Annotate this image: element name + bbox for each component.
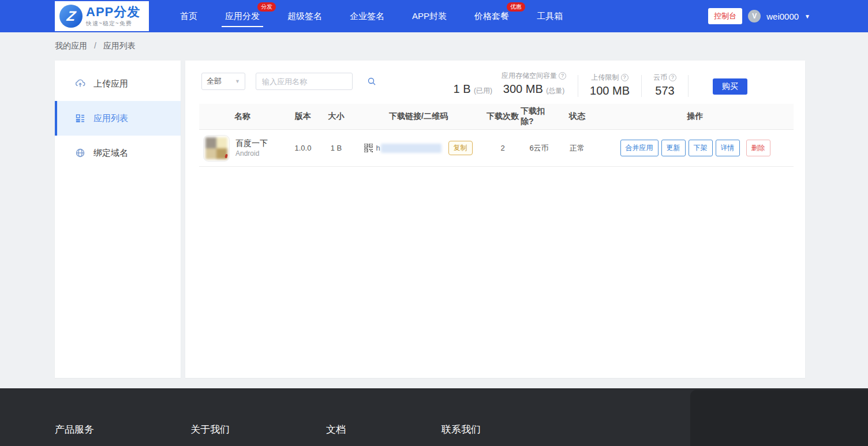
copy-link-button[interactable]: 复制 xyxy=(448,141,473,155)
console-button[interactable]: 控制台 xyxy=(708,8,742,24)
nav-item-toolbox[interactable]: 工具箱 xyxy=(523,0,577,32)
logo[interactable]: Z APP分发 快速~稳定~免费 xyxy=(55,1,149,31)
nav-item-pricing[interactable]: 价格套餐 优惠 xyxy=(461,0,523,32)
username[interactable]: wei0000 xyxy=(766,12,799,21)
download-link-prefix: h xyxy=(376,144,380,152)
divider xyxy=(578,75,578,97)
buy-button[interactable]: 购买 xyxy=(713,78,747,95)
header-status: 状态 xyxy=(558,111,597,122)
header-name: 名称 xyxy=(199,111,286,122)
select-caret-icon: ▼ xyxy=(235,78,240,84)
footer: 产品服务 关于我们 文档 联系我们 xyxy=(0,388,868,446)
storage-capacity: 应用存储空间容量 ? 300 MB (总量) xyxy=(502,70,566,98)
upload-limit: 上传限制 ? 100 MB xyxy=(590,72,630,98)
merge-app-button[interactable]: 合并应用 xyxy=(620,140,659,156)
user-menu-caret-icon[interactable]: ▼ xyxy=(805,13,810,20)
header-operations: 操作 xyxy=(597,111,794,122)
breadcrumb-separator: / xyxy=(94,41,96,50)
storage-help-icon[interactable]: ? xyxy=(559,72,566,80)
account-stats: 1 B (已用) 应用存储空间容量 ? 300 MB (总量) 上传限制 ? 1… xyxy=(453,70,747,98)
download-link-redacted[interactable] xyxy=(381,144,442,153)
sidebar-item-label: 应用列表 xyxy=(93,113,128,124)
app-platform: Android xyxy=(235,149,268,159)
app-table: 名称 版本 大小 下载链接/二维码 下载次数 下载扣除? 状态 操作 百度一下 … xyxy=(199,104,794,167)
globe-icon xyxy=(74,147,86,159)
search-icon[interactable] xyxy=(367,77,376,86)
search-input[interactable] xyxy=(256,77,367,86)
footer-col-products[interactable]: 产品服务 xyxy=(55,423,94,436)
details-button[interactable]: 详情 xyxy=(716,140,740,156)
toolbar: 全部 ▼ 1 B (已用) 应用存储空间容量 ? 300 MB (总量) xyxy=(185,61,805,104)
header-version: 版本 xyxy=(286,111,320,122)
app-search xyxy=(256,73,353,90)
breadcrumb: 我的应用 / 应用列表 xyxy=(55,41,136,51)
footer-dark-panel xyxy=(690,390,868,446)
table-row: 百度一下 Android 1.0.0 1 B xyxy=(199,130,794,167)
delete-button[interactable]: 删除 xyxy=(746,140,770,156)
header-download-count: 下载次数 xyxy=(485,111,521,122)
footer-col-docs[interactable]: 文档 xyxy=(326,423,346,436)
header-size: 大小 xyxy=(320,111,352,122)
avatar[interactable]: V xyxy=(748,10,761,23)
app-version: 1.0.0 xyxy=(286,144,320,152)
update-button[interactable]: 更新 xyxy=(661,140,686,156)
sidebar-item-label: 绑定域名 xyxy=(93,148,128,159)
sidebar-item-label: 上传应用 xyxy=(93,78,128,89)
logo-tagline: 快速~稳定~免费 xyxy=(86,20,140,28)
qr-code-icon[interactable] xyxy=(364,144,373,152)
sidebar-item-upload-app[interactable]: 上传应用 xyxy=(55,66,181,101)
nav-item-app-packaging[interactable]: APP封装 xyxy=(398,0,461,32)
top-navbar: Z APP分发 快速~稳定~免费 首页 应用分发 分发 超级签名 企业签名 AP… xyxy=(0,0,868,32)
table-header-row: 名称 版本 大小 下载链接/二维码 下载次数 下载扣除? 状态 操作 xyxy=(199,104,794,130)
logo-title: APP分发 xyxy=(86,5,140,19)
nav-item-super-signature[interactable]: 超级签名 xyxy=(274,0,336,32)
nav-item-app-distribution[interactable]: 应用分发 分发 xyxy=(211,0,274,32)
unpublish-button[interactable]: 下架 xyxy=(689,140,713,156)
divider xyxy=(688,75,689,97)
status-badge: 正常 xyxy=(558,143,597,153)
sidebar: 上传应用 应用列表 绑定域名 xyxy=(55,61,181,378)
cloud-upload-icon xyxy=(74,78,86,89)
breadcrumb-my-apps[interactable]: 我的应用 xyxy=(55,41,87,50)
footer-col-about[interactable]: 关于我们 xyxy=(190,423,230,436)
app-icon-blurred xyxy=(203,135,230,162)
nav-item-home[interactable]: 首页 xyxy=(166,0,211,32)
app-list-icon xyxy=(74,113,86,124)
app-name: 百度一下 xyxy=(235,138,268,149)
upload-limit-help-icon[interactable]: ? xyxy=(621,74,628,81)
nav-item-enterprise-signature[interactable]: 企业签名 xyxy=(336,0,398,32)
category-filter-select[interactable]: 全部 ▼ xyxy=(201,73,245,90)
header-download-link: 下载链接/二维码 xyxy=(352,111,485,122)
app-size: 1 B xyxy=(320,144,352,152)
logo-icon: Z xyxy=(59,5,83,28)
sidebar-item-app-list[interactable]: 应用列表 xyxy=(55,101,181,136)
download-count: 2 xyxy=(485,144,521,152)
download-deduction: 6云币 xyxy=(521,143,558,153)
divider xyxy=(641,75,642,97)
footer-col-contact[interactable]: 联系我们 xyxy=(442,423,481,436)
main-content: 全部 ▼ 1 B (已用) 应用存储空间容量 ? 300 MB (总量) xyxy=(185,61,805,378)
breadcrumb-app-list: 应用列表 xyxy=(103,41,136,50)
main-nav: 首页 应用分发 分发 超级签名 企业签名 APP封装 价格套餐 优惠 工具箱 xyxy=(166,0,577,32)
header-download-deduction: 下载扣除? xyxy=(521,106,558,127)
cloud-coin: 云币 ? 573 xyxy=(653,72,676,98)
cloud-coin-help-icon[interactable]: ? xyxy=(669,74,676,81)
sidebar-item-bind-domain[interactable]: 绑定域名 xyxy=(55,136,181,170)
storage-used: 1 B (已用) xyxy=(453,81,492,98)
